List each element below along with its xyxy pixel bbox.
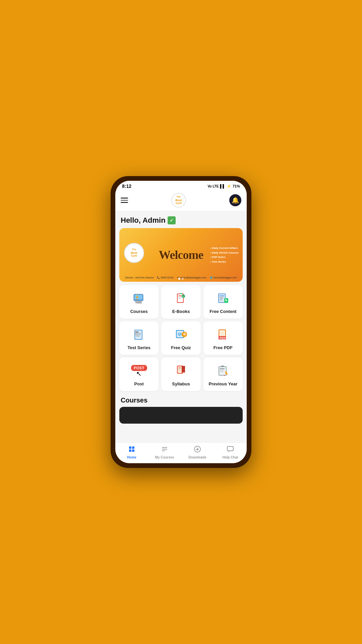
svg-rect-62 [227,446,233,451]
downloads-label: Downloads [188,455,206,459]
free-quiz-card[interactable]: QUIZ ⚙ Free Quiz [161,321,200,355]
nav-home[interactable]: Home [115,445,148,459]
syllabus-card[interactable]: Syllabus [161,358,200,391]
svg-rect-2 [135,302,142,303]
greeting-text: Hello, Admin [121,216,166,225]
home-label: Home [127,455,136,459]
post-icon: POST ↖ [132,364,146,379]
courses-card[interactable]: Courses [119,285,159,319]
carrier-text: Vo LTE [207,184,219,188]
free-pdf-card[interactable]: PDF Free PDF [203,321,243,355]
svg-point-29 [135,333,136,334]
post-card[interactable]: POST ↖ Post [119,358,159,391]
banner-logo: TheBestGyaN [124,243,144,263]
bell-icon: 🔔 [232,197,239,204]
home-icon [128,445,135,454]
free-content-label: Free Content [209,309,236,314]
greeting-section: Hello, Admin ✓ [115,211,247,228]
free-quiz-icon: QUIZ ⚙ [174,328,188,342]
previous-year-label: Previous Year [208,381,237,386]
svg-rect-27 [136,336,140,336]
free-pdf-icon: PDF [216,328,230,342]
svg-rect-11 [180,293,182,294]
banner-features: • Daily Current Affairs • Daily GK/GS Cl… [210,246,239,264]
nav-help-chat[interactable]: Help Chat [214,445,247,459]
svg-rect-57 [132,449,134,452]
svg-rect-54 [129,446,131,449]
svg-rect-44 [178,370,180,370]
ebooks-card[interactable]: ≡ E-Books [161,285,200,319]
svg-rect-59 [162,449,167,449]
svg-point-30 [135,334,136,335]
svg-rect-26 [136,334,140,335]
svg-point-28 [135,331,136,332]
svg-rect-9 [178,297,182,298]
nav-downloads[interactable]: Downloads [181,445,214,459]
courses-section-heading: Courses [115,394,247,407]
svg-rect-50 [220,371,223,372]
app-header: TheBestGyaN 🔔 [115,190,247,211]
my-courses-icon [161,445,168,454]
hamburger-line-1 [121,198,128,199]
my-courses-label: My Courses [155,455,174,459]
banner-indicators [178,278,184,280]
main-content: Hello, Admin ✓ TheBestGyaN Welcome • Dai… [115,211,247,442]
svg-text:PDF: PDF [220,336,226,340]
courses-icon [132,291,146,306]
svg-rect-55 [132,446,134,449]
svg-text:≡: ≡ [182,295,184,298]
svg-rect-58 [162,447,167,448]
ebooks-icon: ≡ [174,291,188,306]
svg-rect-43 [178,369,181,369]
notification-bell-button[interactable]: 🔔 [229,194,241,206]
feature-2: • Daily GK/GS Classes [210,250,239,255]
free-content-icon: ✎ [216,291,230,306]
svg-rect-18 [220,298,223,299]
svg-rect-48 [220,368,225,369]
status-bar: 8:12 Vo LTE ▌▌ ⚡ 71% [115,181,247,190]
charging-icon: ⚡ [227,184,231,189]
feature-4: • Test Series [210,260,239,264]
status-icons: Vo LTE ▌▌ ⚡ 71% [207,184,240,189]
logo-text: TheBestGyaN [175,196,182,205]
menu-grid: Courses ≡ [115,285,247,394]
previous-year-card[interactable]: Previous Year [203,358,243,391]
feature-3: • PDF Notes [210,255,239,260]
cursor-icon: ↖ [136,370,142,378]
syllabus-icon [174,364,188,379]
ebooks-label: E-Books [172,309,190,314]
test-series-card[interactable]: Test Series [119,321,159,355]
banner-website: 🌐 www.thebestgyan.com [210,276,237,279]
free-pdf-label: Free PDF [214,345,233,350]
course-preview-item[interactable] [119,407,243,424]
downloads-icon [194,445,201,454]
svg-text:✎: ✎ [225,299,228,302]
help-chat-label: Help Chat [223,455,238,459]
bottom-navigation: Home My Courses [115,442,247,463]
post-label: Post [134,381,144,386]
status-time: 8:12 [122,183,131,189]
banner-welcome-text: Welcome [159,248,203,262]
banner-director: Director : Amit Dev Sharma [125,276,154,279]
svg-rect-42 [178,368,181,368]
menu-button[interactable] [121,198,128,203]
svg-rect-60 [162,450,165,451]
phone-screen: 8:12 Vo LTE ▌▌ ⚡ 71% TheBestGyaN 🔔 [115,181,247,463]
nav-my-courses[interactable]: My Courses [148,445,181,459]
svg-rect-10 [178,298,181,299]
checkmark-icon: ✓ [170,218,174,223]
welcome-banner: TheBestGyaN Welcome • Daily Current Affa… [119,228,243,282]
test-series-icon [132,328,146,342]
hamburger-line-2 [121,200,128,201]
app-logo: TheBestGyaN [171,193,186,208]
phone-frame: 8:12 Vo LTE ▌▌ ⚡ 71% TheBestGyaN 🔔 [111,176,251,468]
free-quiz-label: Free Quiz [171,345,191,350]
courses-label: Courses [130,309,148,314]
battery-text: 71% [233,184,240,188]
syllabus-label: Syllabus [172,381,190,386]
svg-point-3 [136,303,142,304]
free-content-card[interactable]: ✎ Free Content [203,285,243,319]
previous-year-icon [216,364,230,379]
dot-1 [178,278,180,280]
help-chat-icon [227,445,234,454]
